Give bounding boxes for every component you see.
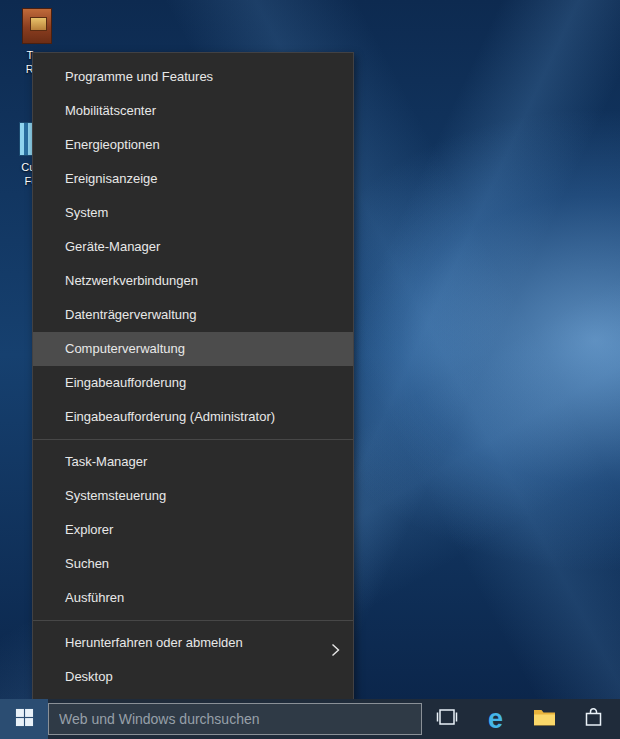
menu-item-energieoptionen[interactable]: Energieoptionen: [33, 128, 353, 162]
menu-item-mobilitaetscenter[interactable]: Mobilitätscenter: [33, 94, 353, 128]
store-button[interactable]: [569, 699, 618, 739]
winx-menu: Programme und Features Mobilitätscenter …: [32, 52, 354, 701]
file-explorer-button[interactable]: [520, 699, 569, 739]
menu-item-herunterfahren-oder-abmelden[interactable]: Herunterfahren oder abmelden: [33, 626, 353, 660]
menu-item-system[interactable]: System: [33, 196, 353, 230]
menu-item-computerverwaltung[interactable]: Computerverwaltung: [33, 332, 353, 366]
taskbar-search[interactable]: [48, 703, 422, 735]
menu-separator: [33, 620, 353, 621]
task-view-icon: [435, 708, 459, 730]
taskbar: e: [0, 699, 620, 739]
task-view-button[interactable]: [422, 699, 471, 739]
menu-item-explorer[interactable]: Explorer: [33, 513, 353, 547]
menu-item-task-manager[interactable]: Task-Manager: [33, 445, 353, 479]
menu-item-label: Herunterfahren oder abmelden: [65, 635, 243, 650]
menu-item-systemsteuerung[interactable]: Systemsteuerung: [33, 479, 353, 513]
windows-logo-icon: [15, 708, 34, 731]
desktop-icon-image: [22, 8, 52, 44]
menu-item-programme-und-features[interactable]: Programme und Features: [33, 60, 353, 94]
menu-separator: [33, 439, 353, 440]
menu-item-suchen[interactable]: Suchen: [33, 547, 353, 581]
edge-button[interactable]: e: [471, 699, 520, 739]
desktop-wallpaper: Tom Rain Cus Fe Programme und Features M…: [0, 0, 620, 739]
start-button[interactable]: [0, 699, 48, 739]
menu-item-eingabeaufforderung-administrator[interactable]: Eingabeaufforderung (Administrator): [33, 400, 353, 434]
menu-item-desktop[interactable]: Desktop: [33, 660, 353, 694]
menu-item-ereignisanzeige[interactable]: Ereignisanzeige: [33, 162, 353, 196]
menu-item-datentraegerverwaltung[interactable]: Datenträgerverwaltung: [33, 298, 353, 332]
menu-item-netzwerkverbindungen[interactable]: Netzwerkverbindungen: [33, 264, 353, 298]
file-explorer-icon: [533, 708, 556, 730]
store-icon: [584, 707, 603, 731]
edge-icon: e: [488, 706, 503, 733]
menu-item-ausfuehren[interactable]: Ausführen: [33, 581, 353, 615]
search-input[interactable]: [49, 704, 421, 734]
menu-item-eingabeaufforderung[interactable]: Eingabeaufforderung: [33, 366, 353, 400]
menu-item-geraete-manager[interactable]: Geräte-Manager: [33, 230, 353, 264]
